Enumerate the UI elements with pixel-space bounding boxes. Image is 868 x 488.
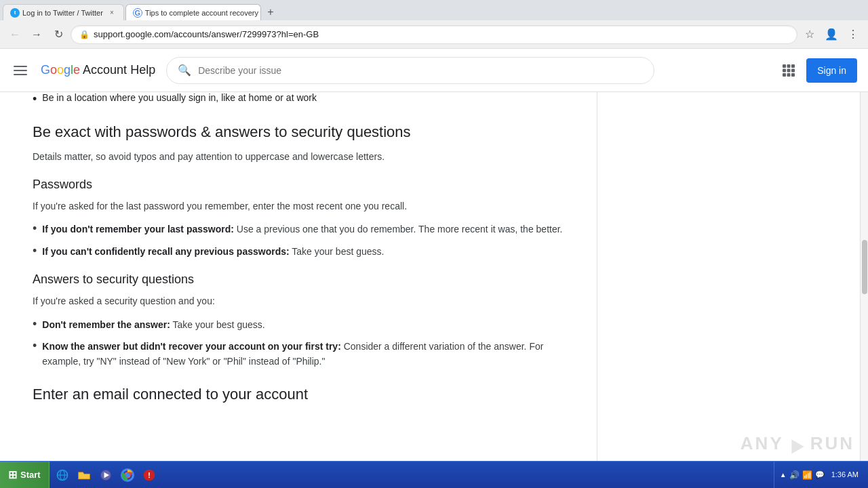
svg-rect-5 (791, 68, 795, 72)
start-label: Start (20, 470, 41, 480)
new-tab-button[interactable]: + (262, 4, 279, 20)
google-favicon-icon: G (133, 8, 142, 18)
svg-text:!: ! (148, 470, 151, 479)
article-content: Be in a location where you usually sign … (33, 92, 564, 439)
security-questions-subtitle: Answers to security questions (33, 272, 564, 287)
address-text: support.google.com/accounts/answer/72999… (94, 29, 789, 39)
folder-icon[interactable] (74, 465, 94, 485)
menu-button[interactable]: ⋮ (844, 25, 863, 44)
intro-bullet-text: Be in a location where you usually sign … (42, 92, 317, 103)
system-clock: 1:36 AM (827, 470, 863, 480)
security-bullet-1: Don't remember the answer: Take your bes… (33, 317, 564, 332)
google-header: Google Account Help 🔍 (0, 49, 868, 92)
reload-button[interactable]: ↻ (49, 25, 68, 44)
show-hidden-icons[interactable]: ▲ (780, 471, 787, 479)
taskbar: ⊞ Start (0, 461, 868, 488)
article-body: Be in a location where you usually sign … (0, 92, 597, 461)
security-bullet-1-bold: Don't remember the answer: (42, 319, 170, 330)
tab-twitter-label: Log in to Twitter / Twitter (22, 9, 103, 17)
passwords-subtitle: Passwords (33, 178, 564, 192)
passwords-bullet-1-bold: If you don't remember your last password… (42, 224, 234, 235)
svg-rect-6 (783, 73, 786, 77)
twitter-favicon-icon: t (10, 8, 20, 18)
search-bar[interactable]: 🔍 (166, 57, 654, 84)
section1-title: Be exact with passwords & answers to sec… (33, 123, 564, 141)
svg-rect-3 (783, 68, 786, 72)
section1-description: Details matter, so avoid typos and pay a… (33, 149, 564, 164)
security-bullet-2: Know the answer but didn't recover your … (33, 339, 564, 369)
security-questions-bullet-list: Don't remember the answer: Take your bes… (33, 317, 564, 369)
bookmark-button[interactable]: ☆ (800, 25, 819, 44)
hamburger-menu-icon[interactable] (11, 61, 30, 80)
security-bullet-2-bold: Know the answer but didn't recover your … (42, 341, 341, 352)
tab-twitter-close-icon[interactable]: × (107, 8, 117, 18)
svg-rect-0 (783, 64, 786, 68)
sign-in-button[interactable]: Sign in (806, 58, 857, 83)
clock-time: 1:36 AM (831, 470, 859, 480)
security-questions-body: If you're asked a security question and … (33, 293, 564, 308)
ie-icon[interactable] (52, 465, 73, 485)
svg-rect-1 (787, 64, 791, 68)
passwords-body: If you're asked for the last password yo… (33, 199, 564, 214)
svg-rect-7 (787, 73, 791, 77)
svg-point-16 (125, 472, 130, 477)
passwords-bullet-2: If you can't confidently recall any prev… (33, 244, 564, 259)
right-content-panel (597, 92, 860, 461)
back-button[interactable]: ← (5, 25, 24, 44)
intro-bullet-item: Be in a location where you usually sign … (33, 92, 564, 107)
search-input[interactable] (198, 65, 643, 76)
passwords-bullet-2-bold: If you can't confidently recall any prev… (42, 246, 289, 257)
start-button[interactable]: ⊞ Start (0, 462, 50, 488)
article-wrapper: Be in a location where you usually sign … (0, 92, 868, 461)
volume-icon[interactable]: 🔊 (789, 470, 800, 480)
chrome-icon[interactable] (117, 465, 138, 485)
nav-bar: ← → ↻ 🔒 support.google.com/accounts/answ… (0, 20, 868, 49)
svg-rect-8 (791, 73, 795, 77)
page-content: Google Account Help 🔍 (0, 49, 868, 461)
network-icon[interactable]: 📶 (802, 470, 812, 480)
page-scrollbar[interactable] (860, 92, 868, 461)
google-account-help-logo: Google Account Help (41, 63, 155, 77)
passwords-bullet-1: If you don't remember your last password… (33, 222, 564, 237)
lock-icon: 🔒 (79, 30, 90, 39)
google-apps-icon[interactable] (776, 58, 801, 83)
header-right: Sign in (776, 58, 857, 83)
action-center-icon[interactable]: 💬 (815, 470, 825, 479)
svg-rect-2 (791, 64, 795, 68)
windows-logo-icon: ⊞ (8, 468, 17, 481)
title-bar: t Log in to Twitter / Twitter × G Tips t… (0, 0, 868, 20)
forward-button[interactable]: → (27, 25, 46, 44)
section2-title: Enter an email connected to your account (33, 386, 564, 403)
tab-google-label: Tips to complete account recovery s... (145, 9, 261, 17)
tab-twitter[interactable]: t Log in to Twitter / Twitter × (3, 4, 124, 20)
scrollbar-thumb[interactable] (862, 240, 867, 294)
taskbar-icons: ! (50, 465, 162, 485)
passwords-bullet-list: If you don't remember your last password… (33, 222, 564, 259)
right-panel (597, 92, 868, 461)
media-player-icon[interactable] (96, 465, 116, 485)
alert-icon[interactable]: ! (139, 465, 159, 485)
search-icon: 🔍 (178, 64, 191, 77)
svg-rect-4 (787, 68, 791, 72)
account-button[interactable]: 👤 (822, 25, 841, 44)
address-bar[interactable]: 🔒 support.google.com/accounts/answer/729… (71, 25, 797, 44)
tab-google[interactable]: G Tips to complete account recovery s...… (125, 4, 261, 20)
system-tray: ▲ 🔊 📶 💬 1:36 AM (774, 462, 868, 488)
